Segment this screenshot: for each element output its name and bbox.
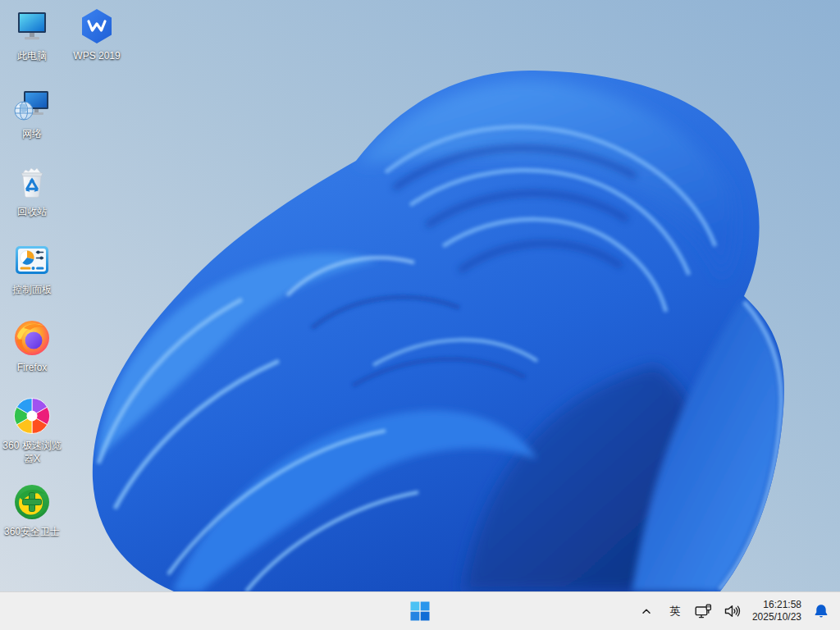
network-button[interactable] [695,597,713,625]
ime-label: 英 [669,604,680,619]
tray-overflow-button[interactable] [637,597,655,625]
desktop-icon-label: WPS 2019 [73,49,120,62]
desktop-icon-360-speed-browser[interactable]: 360 极速浏览器X [2,396,62,465]
desktop-icon-label: 此电脑 [17,49,47,62]
volume-button[interactable] [724,597,742,625]
monitor-icon [12,7,52,46]
clock-time: 16:21:58 [763,599,801,611]
desktop-icon-recycle-bin[interactable]: 回收站 [12,162,52,218]
desktop-icon-this-pc[interactable]: 此电脑 [12,7,52,62]
ime-indicator[interactable]: 英 [666,597,684,625]
chevron-up-icon [640,605,653,618]
desktop-icon-label: 360 极速浏览器X [2,439,62,465]
bloom-wallpaper [0,0,840,591]
clock-date: 2025/10/23 [752,611,801,623]
system-tray: 英 [637,592,840,630]
desktop-icon-wps-2019[interactable]: WPS 2019 [73,7,120,62]
rainbow-pinwheel-icon [12,396,52,436]
control-panel-icon [12,240,52,280]
desktop-icon-label: 网络 [22,127,42,140]
windows-logo-icon [410,601,430,621]
desktop-icon-360-safety-guard[interactable]: 360安全卫士 [4,482,60,538]
windows-11-desktop: 此电脑 网络 [0,0,840,630]
wps-hexagon-icon [77,7,116,46]
desktop-icon-control-panel[interactable]: 控制面板 [12,240,52,296]
desktop-icon-firefox[interactable]: Firefox [12,318,52,374]
network-globe-icon [12,84,52,124]
desktop-icon-label: 回收站 [17,205,47,218]
firefox-icon [12,318,52,358]
wired-network-icon [695,604,713,619]
recycle-bin-icon [12,162,52,202]
volume-icon [724,604,742,619]
taskbar: 英 [0,591,840,630]
taskbar-clock[interactable]: 16:21:58 2025/10/23 [752,599,801,623]
desktop-icon-label: 360安全卫士 [4,525,60,538]
green-cross-icon [12,482,52,522]
notification-button[interactable] [812,597,830,625]
desktop-icon-network[interactable]: 网络 [12,84,52,140]
desktop-icon-column-2: WPS 2019 [66,7,128,84]
desktop-icon-label: Firefox [17,361,48,374]
notification-bell-icon [813,603,829,619]
desktop-icon-label: 控制面板 [12,283,52,296]
start-button[interactable] [404,595,436,628]
desktop-icon-column-1: 此电脑 网络 [1,7,63,560]
